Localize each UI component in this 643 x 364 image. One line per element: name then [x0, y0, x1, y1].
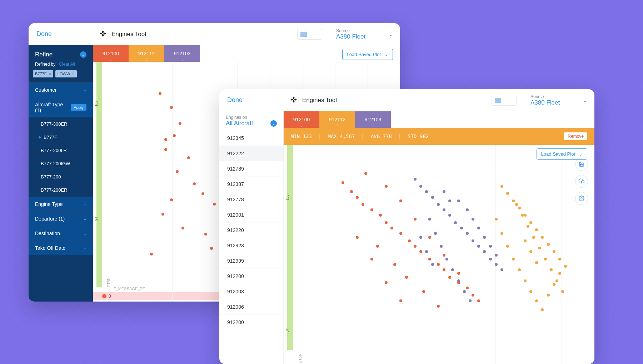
data-point[interactable] [376, 245, 379, 248]
data-point[interactable] [173, 134, 176, 137]
refine-header[interactable]: Refine ⌄ [29, 45, 93, 62]
data-point[interactable] [448, 199, 451, 202]
mini-chart-thumb[interactable] [492, 95, 517, 106]
data-point[interactable] [443, 254, 445, 257]
aircraft-option[interactable]: B777-200ER [29, 183, 93, 197]
aircraft-option[interactable]: B777-300ER [29, 117, 93, 131]
data-point[interactable] [448, 276, 451, 279]
data-point[interactable] [489, 258, 492, 261]
data-point[interactable] [350, 190, 353, 193]
aircraft-option[interactable]: B777-200IGW [29, 157, 93, 170]
done-button[interactable]: Done [219, 96, 284, 104]
data-point[interactable] [170, 106, 173, 109]
filter-departure[interactable]: Departure (1)⌄ [29, 212, 93, 226]
data-point[interactable] [454, 221, 457, 224]
remove-button[interactable]: Remove [564, 132, 587, 140]
data-point[interactable] [544, 258, 547, 261]
load-saved-plot-button[interactable]: Load Saved Plot ⌄ [342, 49, 393, 60]
data-point[interactable] [515, 203, 518, 206]
data-point[interactable] [419, 250, 422, 253]
filter-destination[interactable]: Destination⌄ [29, 226, 93, 241]
chip-remove-icon[interactable]: × [72, 72, 74, 76]
data-point[interactable] [385, 221, 388, 224]
data-point[interactable] [506, 192, 509, 195]
engine-list-item[interactable]: 912220 [219, 223, 283, 238]
data-point[interactable] [161, 213, 164, 216]
data-point[interactable] [356, 236, 359, 239]
data-point[interactable] [541, 236, 544, 239]
filter-customer[interactable]: Customer ⌄ [29, 83, 93, 97]
data-point[interactable] [201, 192, 204, 195]
data-point[interactable] [521, 214, 524, 217]
data-point[interactable] [210, 247, 213, 250]
data-point[interactable] [204, 233, 207, 236]
data-point[interactable] [434, 232, 437, 235]
data-point[interactable] [425, 190, 428, 193]
data-point[interactable] [500, 185, 503, 188]
data-point[interactable] [466, 232, 469, 235]
data-point[interactable] [472, 239, 474, 242]
data-point[interactable] [477, 227, 480, 229]
data-point[interactable] [448, 214, 451, 217]
data-point[interactable] [466, 208, 469, 211]
data-point[interactable] [414, 245, 417, 248]
data-point[interactable] [518, 207, 521, 209]
data-point[interactable] [440, 245, 443, 248]
data-point[interactable] [390, 227, 393, 229]
data-point[interactable] [535, 299, 538, 302]
tab-912112[interactable]: 912112 [319, 111, 355, 128]
data-point[interactable] [550, 268, 553, 271]
data-point[interactable] [512, 258, 515, 261]
engine-list-item[interactable]: 912200 [219, 315, 283, 330]
data-point[interactable] [529, 290, 532, 293]
data-point[interactable] [385, 185, 388, 188]
data-point[interactable] [342, 181, 344, 184]
load-saved-plot-button[interactable]: Load Saved Plot ⌄ [537, 148, 587, 160]
engine-list-item[interactable]: 912200 [219, 269, 283, 284]
data-point[interactable] [164, 138, 167, 141]
data-point[interactable] [213, 203, 216, 206]
data-point[interactable] [437, 203, 440, 206]
data-point[interactable] [443, 208, 445, 211]
data-point[interactable] [428, 258, 431, 261]
data-point[interactable] [469, 299, 472, 302]
tab-912103[interactable]: 912103 [355, 111, 391, 128]
engine-list-item[interactable]: 912778 [219, 192, 283, 207]
data-point[interactable] [451, 268, 454, 271]
data-point[interactable] [159, 92, 161, 95]
data-point[interactable] [547, 243, 550, 246]
tab-912103[interactable]: 912103 [164, 45, 200, 62]
data-point[interactable] [558, 258, 561, 261]
data-point[interactable] [524, 279, 527, 282]
data-point[interactable] [558, 272, 561, 275]
aircraft-option[interactable]: B777-200 [29, 170, 93, 183]
data-point[interactable] [399, 232, 402, 235]
tab-912100[interactable]: 912100 [284, 111, 319, 128]
data-point[interactable] [364, 172, 367, 175]
data-point[interactable] [399, 299, 402, 302]
data-point[interactable] [555, 279, 558, 282]
data-point[interactable] [495, 254, 498, 257]
data-point[interactable] [437, 305, 440, 308]
data-point[interactable] [472, 294, 474, 297]
data-point[interactable] [529, 250, 532, 253]
engine-list-item[interactable]: 912001 [219, 207, 283, 223]
data-point[interactable] [561, 290, 564, 293]
data-point[interactable] [419, 185, 422, 188]
data-point[interactable] [443, 268, 445, 271]
data-point[interactable] [457, 199, 460, 202]
engine-list-item[interactable]: 912006 [219, 299, 283, 315]
data-point[interactable] [477, 245, 480, 248]
data-point[interactable] [495, 263, 498, 266]
clear-all-button[interactable]: Clear All [59, 62, 75, 67]
data-point[interactable] [483, 250, 486, 253]
apply-button[interactable]: Apply [71, 104, 86, 111]
data-point[interactable] [428, 236, 431, 239]
engine-list-item[interactable]: 912222 [219, 146, 283, 161]
data-point[interactable] [466, 287, 469, 289]
filter-aircraft-type[interactable]: Aircraft Type (1) Apply [29, 97, 93, 117]
data-point[interactable] [529, 221, 532, 224]
data-point[interactable] [445, 258, 448, 261]
filter-chip[interactable]: LOWW× [55, 70, 77, 77]
data-point[interactable] [460, 227, 463, 229]
